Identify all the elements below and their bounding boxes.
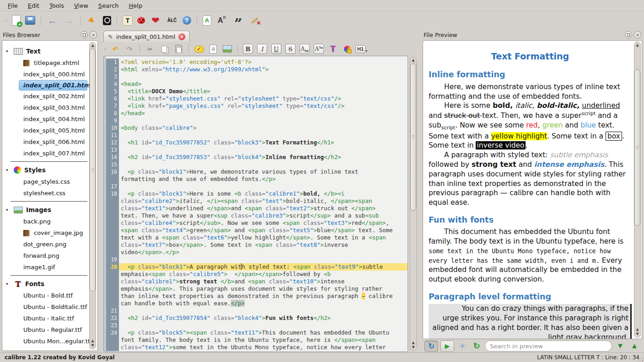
html-check-button[interactable] [193, 43, 204, 54]
auto-reload-button[interactable] [424, 341, 438, 352]
insert-image-button[interactable] [222, 43, 233, 54]
menu-item-view[interactable]: View [69, 1, 93, 11]
file-item[interactable]: titlepage.xhtml [5, 57, 89, 69]
file-item[interactable]: Ubuntu - BoldItalic.ttf [5, 301, 89, 313]
find-next-button[interactable] [614, 341, 626, 352]
chevron-down-icon[interactable]: ▾ [6, 168, 11, 172]
files-scroll-thumb[interactable] [90, 48, 96, 292]
preview-scroll-thumb[interactable] [634, 69, 640, 226]
new-file-button[interactable] [11, 15, 21, 26]
send-button[interactable] [456, 341, 468, 352]
float-panel-icon[interactable] [80, 31, 88, 38]
tab-close-icon[interactable]: × [178, 33, 185, 40]
preview-search-input[interactable] [485, 341, 612, 351]
file-item[interactable]: image1.gif [5, 261, 89, 273]
help-button[interactable] [182, 16, 192, 25]
close-panel-icon[interactable] [90, 31, 97, 38]
file-item-label: Ubuntu - Italic.ttf [23, 315, 74, 322]
file-item[interactable]: index_split_002.html [5, 90, 89, 102]
donate-heart-button[interactable] [149, 14, 162, 27]
file-item[interactable]: index_split_004.html [5, 113, 89, 125]
chevron-down-icon[interactable]: ▾ [6, 49, 11, 53]
change-case-button[interactable] [215, 14, 228, 27]
copy-button[interactable] [159, 43, 170, 54]
files-scrollbar[interactable]: ▲ ▲ ▼ [89, 42, 96, 349]
files-section-text[interactable]: ▾Text [5, 45, 89, 57]
go-forward-button[interactable] [63, 14, 75, 27]
check-book-button[interactable] [137, 16, 145, 24]
file-item[interactable]: cover_image.jpg [5, 227, 89, 239]
chevron-down-icon[interactable]: ▾ [6, 208, 11, 212]
beautify-all-button[interactable] [202, 15, 212, 26]
goto-pin-button[interactable] [86, 14, 99, 27]
scroll-up-icon[interactable]: ▲ [634, 327, 640, 332]
text-color-button[interactable] [327, 43, 338, 54]
file-item[interactable]: Ubuntu - Regular.ttf [5, 324, 89, 335]
find-previous-button[interactable] [628, 341, 640, 352]
scroll-down-icon[interactable]: ▼ [410, 345, 416, 350]
scroll-up-icon[interactable]: ▲ [410, 341, 416, 345]
file-item[interactable]: back.png [5, 216, 89, 227]
file-item[interactable]: Ubuntu - Bold.ttf [5, 290, 89, 301]
paste-button[interactable] [173, 43, 184, 54]
tile-t-button[interactable] [122, 15, 133, 26]
italic-button[interactable] [257, 43, 268, 54]
file-item[interactable]: dot_green.png [5, 239, 89, 250]
file-item[interactable]: index_split_006.html [5, 136, 89, 148]
file-item[interactable]: page_styles.css [5, 176, 89, 187]
file-item[interactable]: Ubuntu - Italic.ttf [5, 313, 89, 324]
run-button[interactable] [440, 341, 454, 352]
preview-scrollbar[interactable]: ▲ ▲ ▼ [634, 42, 641, 338]
scroll-up-icon[interactable]: ▲ [634, 43, 640, 48]
styles-button[interactable] [342, 43, 353, 54]
scroll-up-icon[interactable]: ▲ [90, 43, 96, 48]
go-back-button[interactable] [46, 14, 59, 27]
file-item[interactable]: index_split_000.html [5, 69, 89, 80]
save-button[interactable] [25, 16, 36, 25]
file-item[interactable]: index_split_005.html [5, 125, 89, 136]
float-panel-icon[interactable] [625, 31, 632, 38]
scroll-up-icon[interactable]: ▲ [410, 58, 416, 63]
scroll-down-icon[interactable]: ▼ [90, 343, 96, 348]
subscript-button[interactable] [299, 43, 310, 54]
heading-button[interactable] [356, 43, 367, 54]
menu-item-search[interactable]: Search [93, 1, 124, 11]
refresh-button[interactable] [471, 341, 483, 352]
menu-item-edit[interactable]: Edit [23, 1, 44, 11]
file-item[interactable]: index_split_007.html [5, 148, 89, 159]
smart-quotes-button[interactable] [232, 14, 245, 27]
go-back-icon [47, 15, 59, 27]
remove-unused-button[interactable] [248, 14, 261, 27]
menu-item-help[interactable]: Help [124, 1, 148, 11]
files-section-styles[interactable]: ▾Styles [5, 164, 89, 176]
files-section-fonts[interactable]: ▾Fonts [5, 278, 89, 290]
strikethrough-button[interactable] [285, 43, 296, 54]
editor-scroll-thumb[interactable] [410, 64, 416, 211]
close-panel-icon[interactable] [634, 31, 641, 38]
editor-scrollbar[interactable]: ▲ ▲ ▼ [410, 57, 417, 351]
menu-item-tools[interactable]: Tools [44, 1, 69, 11]
code-row: 8</head> [106, 110, 408, 117]
menu-item-file[interactable]: File [3, 1, 23, 11]
file-item[interactable]: forward.png [5, 250, 89, 261]
redo-button[interactable] [124, 43, 135, 54]
bold-button[interactable] [242, 43, 253, 54]
files-section-images[interactable]: ▾Images [5, 204, 89, 216]
file-item[interactable]: index_split_003.html [5, 102, 89, 113]
underline-button[interactable] [271, 43, 282, 54]
book-dark-button[interactable] [102, 16, 112, 26]
file-item[interactable]: index_split_001.html [19, 80, 87, 90]
cut-button[interactable] [145, 43, 156, 54]
spellcheck-button[interactable] [166, 14, 178, 27]
scroll-up-icon[interactable]: ▲ [90, 339, 96, 343]
editor-tab[interactable]: ✎ index_split_001.html × [103, 31, 190, 42]
beautify-button[interactable] [208, 43, 219, 54]
help-icon [182, 16, 191, 25]
scroll-down-icon[interactable]: ▼ [634, 332, 640, 336]
code-editor[interactable]: 1<?xml version='1.0' encoding='utf-8'?>2… [103, 56, 408, 352]
undo-button[interactable] [110, 43, 121, 54]
file-item[interactable]: stylesheet.css [5, 187, 89, 199]
file-item[interactable]: Ubuntu Mon...egular.ttf [5, 335, 89, 347]
chevron-down-icon[interactable]: ▾ [6, 282, 11, 286]
superscript-button[interactable] [313, 43, 324, 54]
